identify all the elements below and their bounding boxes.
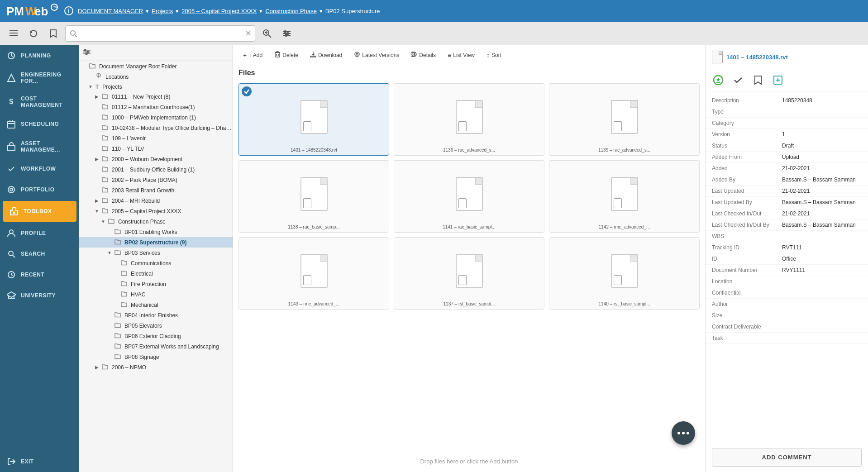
breadcrumb-projects[interactable]: Projects	[152, 8, 173, 14]
details-filename[interactable]: 1401 – 1485220348.rvt	[726, 54, 788, 61]
sidebar-item-asset[interactable]: Asset Manageme...	[0, 135, 79, 159]
sidebar-item-planning[interactable]: Planning	[0, 45, 79, 66]
tree-node-electrical[interactable]: Electrical	[79, 268, 233, 279]
folder-icon	[102, 103, 108, 111]
tree-node-2004[interactable]: ▶ 2004 – MRI Rebuild	[79, 195, 233, 206]
detail-row-added: Added 21-02-2021	[706, 163, 868, 174]
tree-node-109[interactable]: 109 – L'avenir	[79, 133, 233, 143]
sort-btn[interactable]: ↕ Sort	[482, 49, 506, 61]
tree-node-2001[interactable]: 2001 – Sudbury Office Building (1)	[79, 164, 233, 175]
tree-node-2003[interactable]: 2003 Retail Brand Growth	[79, 185, 233, 195]
breadcrumb-capital[interactable]: 2005 – Capital Project XXXX	[181, 8, 257, 14]
tree-node-label: Electrical	[131, 271, 233, 277]
sidebar-item-search[interactable]: Search	[0, 243, 79, 264]
sidebar-item-recent[interactable]: Recent	[0, 264, 79, 285]
folder-icon	[121, 301, 127, 309]
details-btn[interactable]: Details	[406, 49, 440, 61]
history-btn[interactable]	[25, 25, 42, 42]
details-download-icon[interactable]	[712, 74, 725, 86]
tree-node-110[interactable]: 110 – YL TLV	[79, 143, 233, 154]
detail-label: ID	[712, 256, 782, 262]
filter-btn[interactable]	[279, 25, 295, 42]
search-zoom-btn[interactable]	[259, 25, 275, 42]
svg-rect-43	[275, 52, 280, 57]
list-view-btn[interactable]	[5, 25, 22, 42]
tree-node-01111[interactable]: ▶ 01111 – New Project (8)	[79, 91, 233, 102]
folder-icon	[121, 259, 127, 267]
tree-node-construction[interactable]: ▼ Construction Phase	[79, 216, 233, 227]
tree-node-locations[interactable]: Locations	[79, 72, 233, 82]
tree-node-2002[interactable]: 2002 – Park Place (BOMA)	[79, 175, 233, 185]
file-card-f2[interactable]: 1136 – rac_advanced_s...	[394, 83, 544, 156]
file-card-f7[interactable]: 1143 – rme_advanced_...	[238, 237, 389, 310]
sidebar-item-toolbox[interactable]: TOoLBox	[3, 201, 76, 222]
add-comment-button[interactable]: ADD COMMENT	[712, 448, 862, 467]
bc-arrow-4: ▾	[320, 8, 323, 14]
search-clear-icon[interactable]: ✕	[245, 29, 251, 38]
search-box[interactable]: ✕	[65, 25, 255, 42]
file-name: 1136 – rac_advanced_s...	[398, 148, 540, 153]
latest-versions-btn[interactable]: Latest Versions	[349, 49, 404, 61]
fab-button[interactable]	[672, 421, 695, 445]
add-btn[interactable]: + + Add	[238, 49, 267, 61]
file-card-f9[interactable]: 1140 – rst_basic_sampl...	[549, 237, 700, 310]
sidebar-item-cost[interactable]: $ Cost Management	[0, 90, 79, 114]
svg-rect-22	[8, 121, 15, 128]
sidebar-item-scheduling[interactable]: Scheduling	[0, 114, 79, 135]
breadcrumb-construction[interactable]: Construction Phase	[265, 8, 316, 14]
list-view-btn-files[interactable]: ≡ List View	[443, 49, 479, 61]
sidebar-item-university[interactable]: University	[0, 285, 79, 306]
detail-label: Description	[712, 97, 782, 104]
sidebar-item-exit[interactable]: Exit	[0, 451, 79, 472]
tree-node-bp07[interactable]: BP07 External Works and Landscaping	[79, 341, 233, 352]
file-card-f1[interactable]: 1401 – 1485220348.rvt	[238, 83, 389, 156]
download-icon	[310, 51, 316, 59]
details-bookmark-icon[interactable]	[752, 74, 764, 86]
sidebar-item-portfolio[interactable]: Portfolio	[0, 179, 79, 200]
breadcrumb-doc-manager[interactable]: DOCUMENT MANAGER	[78, 8, 143, 14]
tree-node-root[interactable]: Document Manager Root Folder	[79, 61, 233, 72]
info-icon[interactable]: i	[64, 6, 73, 15]
details-edit-icon[interactable]	[772, 74, 784, 86]
file-card-f6[interactable]: 1142 – rme_advanced_...	[549, 160, 700, 233]
folder-icon	[102, 134, 108, 142]
sidebar-item-workflow[interactable]: Workflow	[0, 158, 79, 179]
download-btn[interactable]: Download	[305, 49, 347, 61]
tree-node-mechanical[interactable]: Mechanical	[79, 300, 233, 310]
file-card-f5[interactable]: 1141 – rac_basic_sampl...	[394, 160, 544, 233]
svg-rect-26	[8, 146, 15, 150]
sort-label: Sort	[491, 52, 501, 58]
file-card-f8[interactable]: 1137 – rst_basic_sampl...	[394, 237, 544, 310]
tree-node-hvac[interactable]: HVAC	[79, 289, 233, 300]
sidebar-item-profile[interactable]: Profile	[0, 223, 79, 243]
tree-node-bp02[interactable]: BP02 Superstructure (9)	[79, 237, 233, 248]
tree-node-2000[interactable]: ▶ 2000 – Woburn Development	[79, 154, 233, 164]
tree-node-bp03[interactable]: ▼ BP03 Services	[79, 248, 233, 258]
bookmark-btn[interactable]	[45, 25, 62, 42]
tree-node-projects[interactable]: ▼ T Projects	[79, 82, 233, 91]
sidebar-label-asset: Asset Manageme...	[21, 140, 73, 153]
tree-node-bp06[interactable]: BP06 Exterior Cladding	[79, 331, 233, 341]
details-approve-icon[interactable]	[732, 74, 744, 86]
tree-node-communications[interactable]: Communications	[79, 258, 233, 268]
file-doc-icon	[611, 100, 638, 134]
search-input[interactable]	[80, 30, 243, 37]
tree-node-label: 01112 – Manhattan Courthouse(1)	[112, 104, 233, 110]
delete-btn[interactable]: Delete	[270, 49, 303, 61]
tree-node-1000[interactable]: 1000 – PMWeb Implementation (1)	[79, 112, 233, 123]
tree-node-01112[interactable]: 01112 – Manhattan Courthouse(1)	[79, 102, 233, 112]
file-card-f3[interactable]: 1139 – rac_advanced_s...	[549, 83, 700, 156]
sidebar-item-engineering[interactable]: Engineering For...	[0, 66, 79, 90]
tree-filter-icon[interactable]	[83, 48, 91, 58]
tree-node-bp01[interactable]: BP01 Enabling Works	[79, 227, 233, 237]
logo[interactable]: PM W eb ™	[5, 2, 60, 20]
tree-node-bp05[interactable]: BP05 Elevators	[79, 320, 233, 331]
tree-node-fire[interactable]: Fire Protection	[79, 279, 233, 289]
tree-node-2005[interactable]: ▼ 2005 – Capital Project XXXX	[79, 206, 233, 216]
tree-node-bp04[interactable]: BP04 Interior Finishes	[79, 310, 233, 320]
file-card-f4[interactable]: 1138 – rac_basic_samp...	[238, 160, 389, 233]
sidebar-label-scheduling: Scheduling	[21, 121, 73, 127]
tree-node-10-02438[interactable]: 10-02438 – Modular Type Office Building …	[79, 123, 233, 133]
tree-node-2006[interactable]: ▶ 2006 – NPMO	[79, 362, 233, 372]
tree-node-bp08[interactable]: BP08 Signage	[79, 352, 233, 362]
